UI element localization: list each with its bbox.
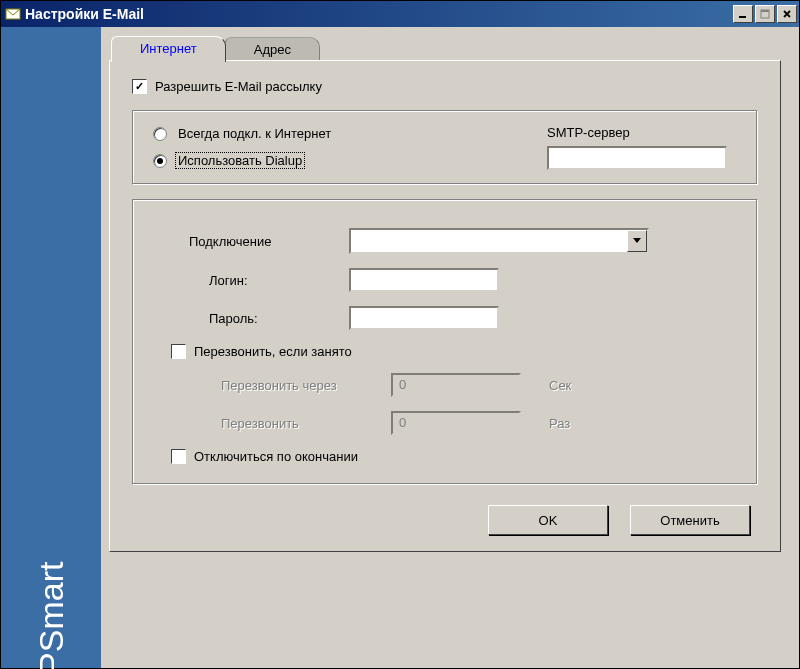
close-button[interactable] <box>777 5 797 23</box>
smtp-label: SMTP-сервер <box>547 125 737 140</box>
cancel-button[interactable]: Отменить <box>630 505 750 535</box>
connection-value <box>351 230 627 252</box>
svg-rect-3 <box>761 10 769 12</box>
disconnect-label: Отключиться по окончании <box>194 449 358 464</box>
minimize-button[interactable] <box>733 5 753 23</box>
enable-mail-row: Разрешить E-Mail рассылку <box>132 79 758 94</box>
password-input[interactable] <box>349 306 499 330</box>
enable-mail-label: Разрешить E-Mail рассылку <box>155 79 322 94</box>
enable-mail-checkbox[interactable] <box>132 79 147 94</box>
app-icon <box>5 6 21 22</box>
body: UPSmart Интернет Адрес Разрешить E-Mail … <box>1 27 799 668</box>
content: Интернет Адрес Разрешить E-Mail рассылку… <box>101 27 799 668</box>
redial-after-label: Перезвонить через <box>221 378 391 393</box>
maximize-button[interactable] <box>755 5 775 23</box>
radio-use-dialup[interactable] <box>153 154 167 168</box>
redial-times-unit: Раз <box>549 416 570 431</box>
window: Настройки E-Mail UPSmart Интернет Адрес … <box>0 0 800 669</box>
tabs: Интернет Адрес <box>111 35 781 61</box>
login-label: Логин: <box>209 273 349 288</box>
tab-internet[interactable]: Интернет <box>111 36 226 62</box>
disconnect-checkbox[interactable] <box>171 449 186 464</box>
redial-after-unit: Сек <box>549 378 571 393</box>
radio-always-label: Всегда подкл. к Интернет <box>175 125 334 142</box>
ok-button[interactable]: OK <box>488 505 608 535</box>
brand-label: UPSmart <box>32 562 71 669</box>
login-input[interactable] <box>349 268 499 292</box>
redial-checkbox[interactable] <box>171 344 186 359</box>
titlebar: Настройки E-Mail <box>1 1 799 27</box>
tab-panel: Разрешить E-Mail рассылку Всегда подкл. … <box>109 60 781 552</box>
redial-times-input: 0 <box>391 411 521 435</box>
password-label: Пароль: <box>209 311 349 326</box>
radio-dialup-label: Использовать Dialup <box>175 152 305 169</box>
redial-label: Перезвонить, если занято <box>194 344 352 359</box>
redial-after-input: 0 <box>391 373 521 397</box>
button-row: OK Отменить <box>132 505 758 535</box>
svg-rect-1 <box>739 16 746 18</box>
dialup-group: Подключение Логин: Пароль: <box>132 199 758 485</box>
window-title: Настройки E-Mail <box>25 6 731 22</box>
radio-always-internet[interactable] <box>153 127 167 141</box>
tab-address[interactable]: Адрес <box>225 37 320 61</box>
connection-type-group: Всегда подкл. к Интернет Использовать Di… <box>132 110 758 185</box>
connection-label: Подключение <box>189 234 349 249</box>
sidebar: UPSmart <box>1 27 101 668</box>
smtp-input[interactable] <box>547 146 727 170</box>
combo-dropdown-button[interactable] <box>627 230 647 252</box>
connection-combo[interactable] <box>349 228 649 254</box>
redial-times-label: Перезвонить <box>221 416 391 431</box>
